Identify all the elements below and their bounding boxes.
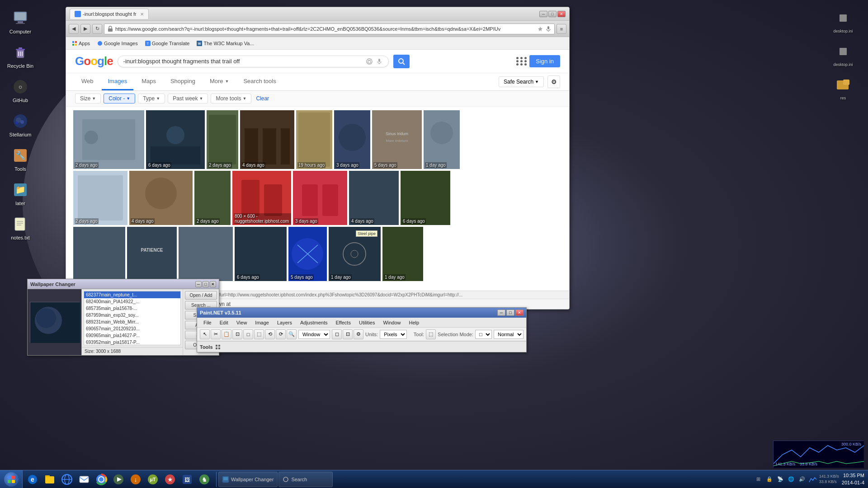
image-item[interactable]: 19 hours ago bbox=[296, 110, 332, 169]
taskbar-utorrent[interactable]: µT bbox=[145, 471, 161, 488]
image-item[interactable] bbox=[73, 227, 125, 281]
tray-icon-network[interactable] bbox=[808, 475, 817, 484]
nav-search-tools[interactable]: Search tools bbox=[237, 73, 282, 90]
taskbar-wallpaper-app[interactable]: Wallpaper Changer bbox=[218, 472, 278, 487]
mic-search-icon[interactable] bbox=[376, 58, 383, 65]
paintnet-menu-image[interactable]: Image bbox=[251, 319, 273, 326]
pn-tool-btn[interactable]: ◻ bbox=[332, 329, 342, 339]
taskbar-email[interactable] bbox=[76, 471, 92, 488]
nav-web[interactable]: Web bbox=[75, 73, 100, 90]
bookmark-w3c[interactable]: W The W3C Markup Va... bbox=[194, 40, 256, 47]
maximize-button[interactable]: □ bbox=[548, 11, 557, 17]
taskbar-browser[interactable] bbox=[59, 471, 75, 488]
wallpaper-close[interactable]: ✕ bbox=[210, 281, 216, 287]
pn-tool-btn[interactable]: ⬚ bbox=[254, 329, 264, 339]
image-item[interactable]: 6 days ago bbox=[146, 110, 205, 169]
nav-images[interactable]: Images bbox=[102, 73, 134, 90]
taskbar-graphics[interactable]: 🖼 bbox=[179, 471, 195, 488]
mic-icon[interactable] bbox=[545, 26, 552, 32]
pn-tool-btn[interactable]: ⚙ bbox=[354, 329, 363, 339]
desktop-icon-later[interactable]: 📁 later bbox=[5, 181, 36, 206]
image-item[interactable]: PATIENCE bbox=[127, 227, 177, 281]
menu-button[interactable]: ≡ bbox=[557, 24, 566, 34]
filter-size[interactable]: Size ▼ bbox=[75, 94, 101, 103]
filter-type[interactable]: Type ▼ bbox=[138, 94, 165, 103]
tray-icon-4[interactable]: 🌐 bbox=[787, 475, 796, 484]
paintnet-minimize[interactable]: ─ bbox=[497, 310, 505, 316]
paintnet-menu-file[interactable]: File bbox=[200, 319, 215, 326]
image-item[interactable]: 6 days ago bbox=[235, 227, 287, 281]
image-item[interactable]: 5 days ago bbox=[288, 227, 327, 281]
desktop-icon-computer[interactable]: Computer bbox=[5, 9, 36, 34]
taskbar-app10[interactable]: ♞ bbox=[196, 471, 212, 488]
wallpaper-maximize[interactable]: □ bbox=[203, 281, 209, 287]
nav-maps[interactable]: Maps bbox=[135, 73, 162, 90]
wallpaper-list-item[interactable]: 689231main_Webb_Mirr... bbox=[84, 319, 180, 325]
desktop-icon-desktop2[interactable]: desktop.ini bbox=[827, 42, 859, 67]
wallpaper-list-item[interactable]: 682377main_neptune_t... bbox=[84, 291, 180, 298]
back-button[interactable]: ◀ bbox=[69, 24, 79, 34]
wallpaper-file-list[interactable]: 682377main_neptune_t... 682400main_PIA14… bbox=[84, 291, 181, 345]
paintnet-menu-view[interactable]: View bbox=[233, 319, 251, 326]
wallpaper-list-item[interactable]: 682400main_PIA14922_... bbox=[84, 298, 180, 305]
image-item[interactable]: 1 day ago bbox=[382, 227, 423, 281]
wallpaper-list-item[interactable]: 690657main_201209210... bbox=[84, 325, 180, 332]
paintnet-menu-utilities[interactable]: Utilities bbox=[355, 319, 378, 326]
browser-tab-active[interactable]: -inurl:blogspot thought fr ✕ bbox=[70, 9, 149, 19]
paintnet-menu-adjustments[interactable]: Adjustments bbox=[297, 319, 331, 326]
tray-icon-5[interactable]: 🔊 bbox=[797, 475, 807, 484]
taskbar-chrome[interactable] bbox=[93, 471, 109, 488]
google-apps-button[interactable] bbox=[515, 56, 527, 67]
filter-color[interactable]: Color - ▼ bbox=[104, 94, 135, 103]
image-item[interactable]: 2 days ago bbox=[73, 171, 127, 225]
tray-icon-1[interactable]: ⊞ bbox=[754, 475, 763, 484]
bookmark-translate[interactable]: T Google Translate bbox=[143, 40, 192, 47]
taskbar-clock[interactable]: 10:35 PM 2014-01-4 bbox=[842, 472, 864, 486]
pn-tool-btn[interactable]: ⟲ bbox=[265, 329, 275, 339]
image-item[interactable]: Steel pipe 1 day ago bbox=[329, 227, 381, 281]
filter-time[interactable]: Past week ▼ bbox=[168, 94, 208, 103]
image-item[interactable]: 3 days ago bbox=[293, 171, 347, 225]
pn-tool-btn[interactable]: 📋 bbox=[222, 329, 231, 339]
start-button[interactable] bbox=[0, 470, 23, 488]
taskbar-files[interactable] bbox=[42, 471, 58, 488]
close-button[interactable]: ✕ bbox=[557, 11, 566, 17]
tab-close-button[interactable]: ✕ bbox=[140, 12, 144, 17]
image-item[interactable]: 4 days ago bbox=[129, 171, 193, 225]
settings-button[interactable]: ⚙ bbox=[547, 75, 560, 88]
desktop-icon-res[interactable]: res bbox=[827, 76, 859, 100]
camera-search-icon[interactable] bbox=[366, 58, 373, 65]
pn-tool-btn[interactable]: ↖ bbox=[200, 329, 210, 339]
forward-button[interactable]: ▶ bbox=[80, 24, 90, 34]
star-icon[interactable] bbox=[537, 26, 543, 32]
pn-active-tool[interactable]: ⬚ bbox=[426, 329, 436, 339]
pn-tool-btn[interactable]: ⊡ bbox=[343, 329, 353, 339]
tray-icon-2[interactable]: 🔒 bbox=[765, 475, 774, 484]
image-item[interactable]: 6 days ago bbox=[401, 171, 450, 225]
desktop-icon-recycle-bin[interactable]: Recycle Bin bbox=[5, 43, 36, 69]
pn-tool-btn[interactable]: ⟳ bbox=[276, 329, 286, 339]
image-item[interactable]: 800 × 600 - nuggetshooter.ipbhost.com bbox=[232, 171, 291, 225]
paintnet-units-select[interactable]: Pixels bbox=[380, 330, 407, 339]
image-item[interactable]: 2 days ago bbox=[207, 110, 238, 169]
image-item[interactable]: 4 days ago bbox=[349, 171, 399, 225]
pn-tool-btn[interactable]: 🔍 bbox=[287, 329, 297, 339]
paintnet-menu-window[interactable]: Window bbox=[379, 319, 404, 326]
paintnet-selection-select[interactable]: □ bbox=[475, 330, 492, 339]
refresh-button[interactable]: ↻ bbox=[92, 24, 102, 34]
image-item[interactable]: 2 days ago bbox=[73, 110, 144, 169]
minimize-button[interactable]: ─ bbox=[539, 11, 547, 17]
paintnet-close[interactable]: ✕ bbox=[515, 310, 524, 316]
address-bar[interactable]: https://www.google.com/search?q=-inurl:b… bbox=[104, 23, 555, 34]
wallpaper-list-item[interactable]: 690965main_pia14627-P... bbox=[84, 332, 180, 339]
pn-tool-btn[interactable]: ✂ bbox=[211, 329, 221, 339]
taskbar-search-app[interactable]: Search bbox=[278, 472, 333, 487]
paintnet-blend-select[interactable]: Normal bbox=[494, 330, 524, 339]
bookmark-apps[interactable]: Apps bbox=[70, 40, 92, 47]
signin-button[interactable]: Sign in bbox=[529, 55, 560, 67]
desktop-icon-desktop1[interactable]: desktop.ini bbox=[827, 9, 859, 33]
pn-tool-btn[interactable]: ⊡ bbox=[232, 329, 242, 339]
image-item[interactable] bbox=[179, 227, 233, 281]
image-item[interactable]: 3 days ago bbox=[334, 110, 370, 169]
taskbar-media[interactable] bbox=[110, 471, 127, 488]
